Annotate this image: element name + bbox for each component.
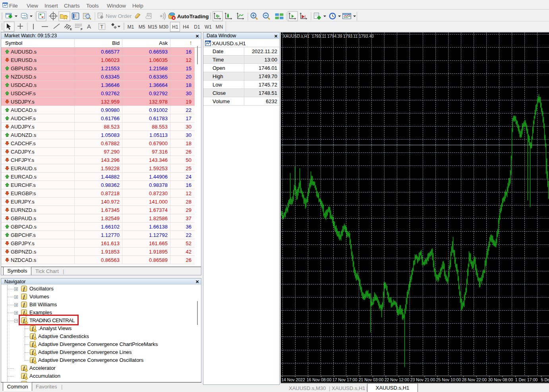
svg-text:5 Dec 02:00: 5 Dec 02:00 <box>541 377 549 382</box>
svg-text:23 Nov 21:00: 23 Nov 21:00 <box>410 377 435 382</box>
svg-text:28 Nov 22:00: 28 Nov 22:00 <box>462 377 487 382</box>
svg-text:1 Dec 17:00: 1 Dec 17:00 <box>515 377 538 382</box>
svg-text:30 Nov 08:00: 30 Nov 08:00 <box>488 377 513 382</box>
svg-text:14 Nov 2022: 14 Nov 2022 <box>281 377 305 382</box>
svg-text:22 Nov 12:00: 22 Nov 12:00 <box>385 377 410 382</box>
svg-text:17 Nov 17:00: 17 Nov 17:00 <box>332 377 358 382</box>
svg-text:21 Nov 03:00: 21 Nov 03:00 <box>359 377 384 382</box>
svg-text:25 Nov 10:00: 25 Nov 10:00 <box>436 377 461 382</box>
svg-text:16 Nov 08:00: 16 Nov 08:00 <box>307 377 332 382</box>
svg-text:XAUUSD.s,H1 1793.11 1794.39 1: XAUUSD.s,H1 1793.11 1794.39 1793.11 1793… <box>283 34 374 38</box>
